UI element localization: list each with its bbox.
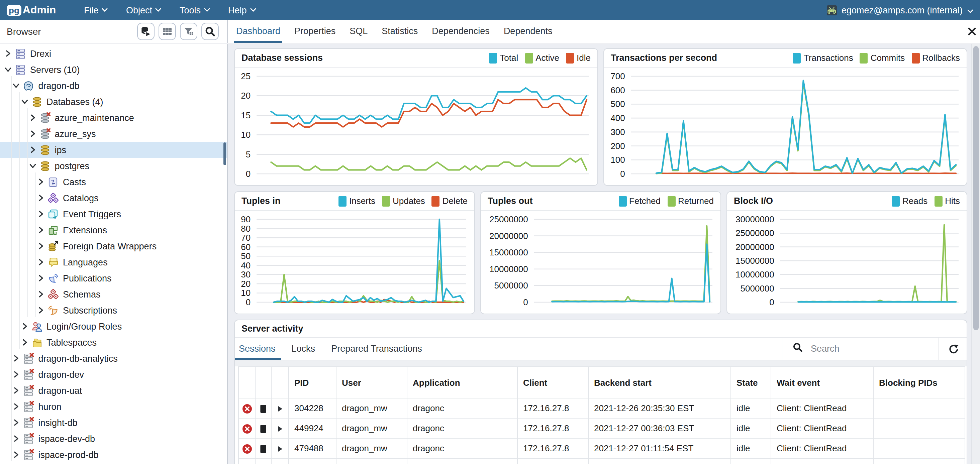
tree-item-dragon-db-analytics[interactable]: dragon-db-analytics: [0, 350, 227, 366]
chevron-right-icon[interactable]: [12, 386, 21, 395]
tree-item-languages[interactable]: Languages: [0, 254, 227, 270]
tree-item-subscriptions[interactable]: Subscriptions: [0, 302, 227, 318]
tree-item-ispace-dev-db[interactable]: ispace-dev-db: [0, 431, 227, 447]
terminate-session-icon[interactable]: [255, 398, 271, 418]
tree-item-dragon-db[interactable]: dragon-db: [0, 78, 227, 94]
chevron-right-icon[interactable]: [3, 49, 13, 58]
activity-tab-locks[interactable]: Locks: [288, 338, 321, 360]
view-data-button[interactable]: [159, 23, 176, 40]
tree-item-drexi[interactable]: Drexi: [0, 46, 227, 62]
search-input[interactable]: Search: [783, 338, 939, 360]
terminate-session-icon[interactable]: [255, 418, 271, 438]
tree-item-huron[interactable]: huron: [0, 399, 227, 415]
chevron-down-icon[interactable]: [28, 161, 37, 170]
chevron-right-icon[interactable]: [36, 273, 46, 283]
col-header-icon0[interactable]: [239, 367, 255, 398]
tree-item-dragon-dev[interactable]: dragon-dev: [0, 366, 227, 383]
activity-tab-prepared-transactions[interactable]: Prepared Transactions: [327, 338, 428, 360]
tab-dependents[interactable]: Dependents: [502, 20, 555, 43]
tree-item-casts[interactable]: Casts: [0, 174, 227, 190]
chevron-right-icon[interactable]: [12, 418, 21, 427]
main-scrollbar[interactable]: [971, 44, 980, 464]
col-header-icon2[interactable]: [271, 367, 289, 398]
chevron-down-icon[interactable]: [12, 81, 21, 90]
expand-row-icon[interactable]: [271, 418, 289, 438]
chevron-right-icon[interactable]: [36, 257, 46, 267]
cancel-query-icon[interactable]: [239, 458, 255, 464]
col-header-state[interactable]: State: [731, 367, 771, 398]
tree-item-ips[interactable]: ips: [0, 142, 227, 158]
activity-tab-sessions[interactable]: Sessions: [235, 338, 281, 360]
expand-row-icon[interactable]: [271, 398, 289, 418]
chevron-right-icon[interactable]: [36, 242, 46, 251]
col-header-wait-event[interactable]: Wait event: [771, 367, 873, 398]
cancel-query-icon[interactable]: [239, 438, 255, 458]
filter-button[interactable]: [180, 23, 197, 40]
chevron-right-icon[interactable]: [28, 129, 37, 138]
query-tool-button[interactable]: [137, 23, 154, 40]
chevron-right-icon[interactable]: [12, 450, 21, 459]
chevron-right-icon[interactable]: [36, 225, 46, 235]
tab-dependencies[interactable]: Dependencies: [430, 20, 492, 43]
tree-item-catalogs[interactable]: Catalogs: [0, 190, 227, 206]
chevron-right-icon[interactable]: [12, 370, 21, 379]
col-header-client[interactable]: Client: [517, 367, 588, 398]
tree-item-dragon-uat[interactable]: dragon-uat: [0, 383, 227, 399]
chevron-right-icon[interactable]: [12, 354, 21, 363]
menu-file[interactable]: File: [84, 5, 108, 15]
chevron-right-icon[interactable]: [28, 113, 37, 122]
chevron-down-icon[interactable]: [3, 65, 13, 74]
chevron-right-icon[interactable]: [28, 145, 37, 154]
tab-dashboard[interactable]: Dashboard: [234, 20, 282, 43]
close-icon[interactable]: [968, 27, 976, 35]
tree-item-foreign-data-wrappers[interactable]: Foreign Data Wrappers: [0, 238, 227, 254]
chevron-right-icon[interactable]: [20, 322, 29, 331]
chevron-right-icon[interactable]: [36, 305, 46, 315]
tab-sql[interactable]: SQL: [347, 20, 369, 43]
col-header-application[interactable]: Application: [407, 367, 517, 398]
tree-item-event-triggers[interactable]: Event Triggers: [0, 206, 227, 222]
user-menu[interactable]: egomez@amps.com (internal): [827, 5, 973, 15]
chevron-right-icon[interactable]: [36, 209, 46, 219]
menu-object[interactable]: Object: [126, 5, 162, 15]
col-header-pid[interactable]: PID: [289, 367, 336, 398]
search-objects-button[interactable]: [201, 23, 219, 40]
col-header-backend-start[interactable]: Backend start: [588, 367, 731, 398]
tree-item-schemas[interactable]: Schemas: [0, 286, 227, 302]
tree-item-postgres[interactable]: postgres: [0, 158, 227, 174]
cancel-query-icon[interactable]: [239, 398, 255, 418]
chevron-right-icon[interactable]: [20, 338, 29, 347]
tree-item-publications[interactable]: Publications: [0, 270, 227, 286]
tab-properties[interactable]: Properties: [292, 20, 337, 43]
tree-scrollbar-thumb[interactable]: [223, 142, 226, 165]
tree-item-login-group-roles[interactable]: Login/Group Roles: [0, 318, 227, 334]
tab-statistics[interactable]: Statistics: [380, 20, 420, 43]
tree-item-ispace-prod-db[interactable]: ispace-prod-db: [0, 447, 227, 462]
col-header-icon1[interactable]: [255, 367, 271, 398]
chevron-right-icon[interactable]: [36, 289, 46, 299]
terminate-session-icon[interactable]: [255, 438, 271, 458]
tree-item-tablespaces[interactable]: Tablespaces: [0, 334, 227, 350]
tree-item-partial[interactable]: [0, 462, 227, 464]
terminate-session-icon[interactable]: [255, 458, 271, 464]
chevron-right-icon[interactable]: [12, 434, 21, 443]
tree-item-servers-10-[interactable]: Servers (10): [0, 62, 227, 78]
chevron-right-icon[interactable]: [36, 177, 46, 186]
tree-item-azure-maintenance[interactable]: azure_maintenance: [0, 110, 227, 126]
refresh-button[interactable]: [939, 338, 967, 360]
chevron-right-icon[interactable]: [12, 402, 21, 411]
chevron-right-icon[interactable]: [36, 193, 46, 203]
tree-item-insight-db[interactable]: insight-db: [0, 415, 227, 431]
col-header-user[interactable]: User: [336, 367, 407, 398]
tree-item-extensions[interactable]: Extensions: [0, 222, 227, 238]
tree-item-databases-4-[interactable]: Databases (4): [0, 94, 227, 110]
menu-help[interactable]: Help: [228, 5, 256, 15]
expand-row-icon[interactable]: [271, 458, 289, 464]
main-scrollbar-thumb[interactable]: [973, 46, 978, 330]
expand-row-icon[interactable]: [271, 438, 289, 458]
tree-item-azure-sys[interactable]: azure_sys: [0, 126, 227, 142]
col-header-blocking-pids[interactable]: Blocking PIDs: [873, 367, 965, 398]
cancel-query-icon[interactable]: [239, 418, 255, 438]
menu-tools[interactable]: Tools: [180, 5, 210, 15]
chevron-down-icon[interactable]: [20, 97, 29, 106]
